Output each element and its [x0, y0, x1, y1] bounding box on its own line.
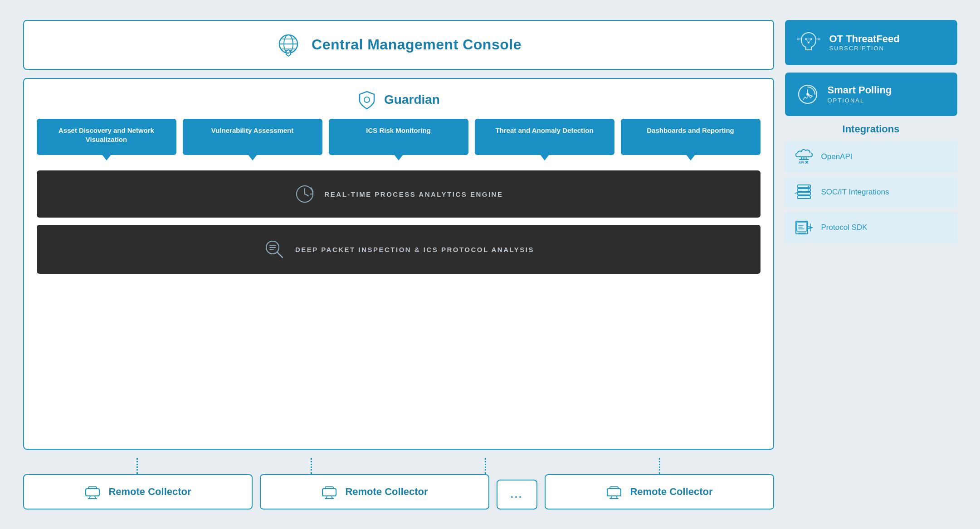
svg-rect-58	[796, 221, 808, 234]
remote-section: Remote Collector Remote Collector	[23, 458, 774, 510]
dotted-line-dots	[485, 458, 486, 474]
bubble-ics-risk: ICS Risk Monitoring	[329, 119, 468, 155]
openapi-label: OpenAPI	[821, 152, 853, 161]
svg-point-56	[808, 185, 809, 187]
integration-openapi: API OpenAPI	[785, 141, 957, 172]
svg-line-10	[277, 252, 283, 257]
guardian-header: Guardian	[37, 90, 761, 110]
remote-row: Remote Collector Remote Collector	[23, 474, 774, 510]
svg-line-36	[806, 39, 809, 43]
right-section: OT ThreatFeed SUBSCRIPTION Smart Polling…	[785, 20, 957, 510]
cmc-title: Central Management Console	[312, 36, 522, 53]
bubble-threat: Threat and Anomaly Detection	[475, 119, 614, 155]
svg-line-37	[809, 39, 811, 43]
svg-point-57	[808, 189, 809, 190]
smartpoll-text: Smart Polling OPTIONAL	[828, 84, 892, 104]
smartpoll-subtitle: OPTIONAL	[828, 97, 865, 104]
dpi-icon	[263, 238, 286, 261]
guardian-shield-icon	[357, 90, 377, 110]
remote-collector-1-label: Remote Collector	[108, 486, 191, 498]
main-section: Central Management Console Guardian Asse…	[23, 20, 774, 510]
dotted-line-3	[659, 458, 660, 474]
collector-icon-1	[84, 483, 101, 500]
openapi-icon: API	[794, 149, 814, 165]
svg-rect-59	[797, 222, 807, 231]
svg-point-39	[797, 38, 799, 40]
real-time-engine-label: REAL-TIME PROCESS ANALYTICS ENGINE	[325, 190, 503, 198]
remote-collector-2-label: Remote Collector	[345, 486, 428, 498]
dots-box: ...	[497, 480, 537, 510]
smartpoll-title: Smart Polling	[828, 84, 892, 96]
dotted-line-1	[137, 458, 138, 474]
cmc-icon	[275, 32, 302, 58]
bubble-asset-discovery: Asset Discovery and Network Visualizatio…	[37, 119, 176, 155]
real-time-engine-block: REAL-TIME PROCESS ANALYTICS ENGINE	[37, 170, 761, 218]
dpi-engine-block: DEEP PACKET INSPECTION & ICS PROTOCOL AN…	[37, 225, 761, 274]
svg-rect-55	[798, 196, 810, 199]
svg-rect-21	[325, 487, 333, 489]
remote-collector-2: Remote Collector	[260, 474, 489, 510]
socit-label: SOC/IT Integrations	[821, 188, 889, 197]
collector-icon-2	[321, 483, 338, 500]
svg-rect-20	[322, 489, 336, 496]
svg-point-5	[364, 97, 370, 102]
protocol-sdk-icon	[794, 219, 814, 236]
smartpoll-box: Smart Polling OPTIONAL	[785, 73, 957, 116]
svg-rect-15	[88, 487, 97, 489]
remote-collector-3: Remote Collector	[545, 474, 774, 510]
clock-icon	[294, 183, 316, 205]
integrations-section: Integrations API OpenAPI	[785, 123, 957, 510]
dotted-line-2	[311, 458, 312, 474]
threatfeed-text: OT ThreatFeed SUBSCRIPTION	[829, 33, 900, 52]
feature-bubbles: Asset Discovery and Network Visualizatio…	[37, 119, 761, 155]
guardian-box: Guardian Asset Discovery and Network Vis…	[23, 78, 774, 450]
dots-label: ...	[511, 489, 523, 500]
collector-icon-3	[605, 483, 623, 500]
svg-point-41	[818, 38, 820, 40]
threatfeed-box: OT ThreatFeed SUBSCRIPTION	[785, 20, 957, 65]
smartpoll-icon	[796, 83, 819, 106]
threatfeed-icon	[796, 30, 821, 55]
socit-icon	[794, 184, 814, 200]
svg-text:API: API	[799, 161, 804, 164]
svg-rect-14	[86, 489, 99, 496]
remote-collector-3-label: Remote Collector	[630, 486, 712, 498]
dotted-lines-row	[23, 458, 774, 474]
dpi-engine-label: DEEP PACKET INSPECTION & ICS PROTOCOL AN…	[295, 246, 534, 253]
cmc-box: Central Management Console	[23, 20, 774, 70]
integration-socit: SOC/IT Integrations	[785, 177, 957, 208]
svg-rect-54	[798, 192, 810, 195]
integration-protocol: Protocol SDK	[785, 212, 957, 243]
page-wrapper: Central Management Console Guardian Asse…	[14, 11, 966, 519]
svg-rect-26	[607, 489, 621, 496]
protocol-sdk-label: Protocol SDK	[821, 223, 868, 232]
bubble-vulnerability: Vulnerability Assessment	[183, 119, 322, 155]
bubble-dashboards: Dashboards and Reporting	[621, 119, 761, 155]
integrations-heading: Integrations	[785, 123, 957, 135]
svg-rect-27	[610, 487, 618, 489]
threatfeed-title: OT ThreatFeed	[829, 33, 900, 45]
remote-collector-1: Remote Collector	[23, 474, 253, 510]
threatfeed-subtitle: SUBSCRIPTION	[829, 45, 900, 52]
svg-line-8	[305, 194, 308, 196]
guardian-title: Guardian	[384, 92, 440, 107]
